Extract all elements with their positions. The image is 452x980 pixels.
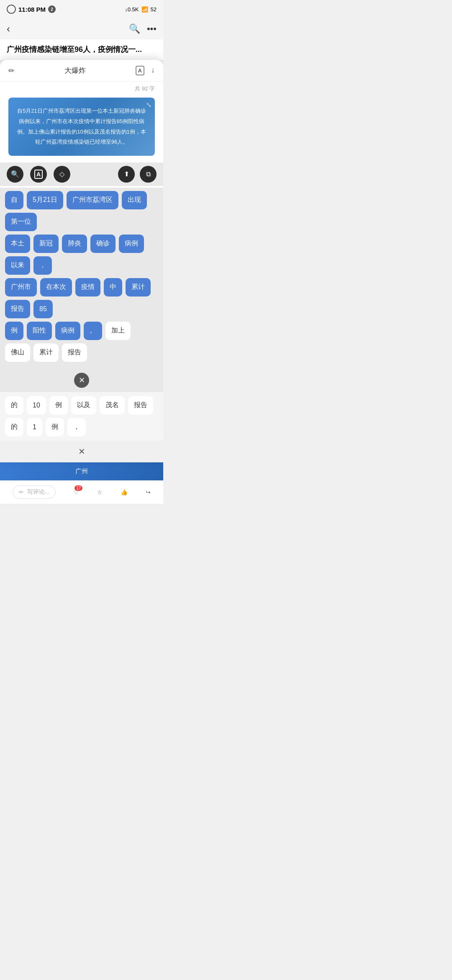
secondary-word[interactable]: 例 bbox=[46, 418, 64, 436]
toolbar-search-btn[interactable]: 🔍 bbox=[7, 166, 23, 183]
status-right: ↓0.5K 📶 52 bbox=[125, 6, 157, 13]
word-tag[interactable]: 中 bbox=[104, 278, 122, 297]
word-row-2: 本土 新冠 肺炎 确诊 病例 以来 ， bbox=[5, 235, 158, 275]
download-icon[interactable]: ↓ bbox=[151, 66, 155, 75]
more-button[interactable]: ••• bbox=[147, 23, 157, 34]
search-button[interactable]: 🔍 bbox=[129, 23, 140, 34]
expand-icon[interactable]: ⤡ bbox=[146, 101, 152, 109]
dismiss-button[interactable]: ✕ bbox=[78, 446, 85, 456]
bottom-banner-text: 广州 bbox=[75, 467, 88, 475]
toolbar-copy-btn[interactable]: ⧉ bbox=[140, 166, 157, 183]
wifi-icon: 📶 bbox=[141, 6, 148, 13]
toolbar-erase-btn[interactable]: ◇ bbox=[54, 166, 70, 183]
like-badge-number: 17 bbox=[74, 485, 82, 491]
word-tag[interactable]: 累计 bbox=[33, 343, 59, 362]
thumb-button[interactable]: 👍 bbox=[121, 489, 128, 495]
word-count: 共 92 字 bbox=[0, 82, 163, 94]
word-tag[interactable]: 累计 bbox=[126, 278, 151, 297]
popup-card: ✏ 大爆炸 A ↓ 共 92 字 自5月21日广州市荔湾区出现第一位本土新冠肺炎… bbox=[0, 60, 163, 462]
word-tag[interactable]: 在本次 bbox=[40, 278, 72, 297]
article-image: 自5月21日广州市荔湾区出现第一位本土新冠肺炎确诊病例以来，广州市在本次疫情中累… bbox=[8, 98, 155, 156]
secondary-word[interactable]: 以及 bbox=[71, 396, 96, 415]
word-tag[interactable]: 肺炎 bbox=[62, 235, 87, 253]
toolbar: 🔍 A ◇ ⬆ ⧉ bbox=[0, 162, 163, 186]
status-time: 11:08 PM bbox=[18, 6, 46, 13]
notification-badge: 2 bbox=[48, 5, 56, 13]
word-tag[interactable]: 第一位 bbox=[5, 213, 37, 231]
secondary-word[interactable]: 的 bbox=[5, 396, 23, 415]
word-tag[interactable]: 85 bbox=[33, 300, 53, 318]
words-secondary: 的 10 例 以及 茂名 报告 的 1 例 ， bbox=[0, 392, 163, 441]
word-row-1: 自 5月21日 广州市荔湾区 出现 第一位 bbox=[5, 191, 158, 231]
thumb-icon: 👍 bbox=[121, 489, 128, 495]
secondary-word[interactable]: 例 bbox=[49, 396, 68, 415]
share-icon: ↪ bbox=[146, 489, 151, 495]
nav-right-icons: 🔍 ••• bbox=[129, 23, 157, 34]
article-header: 广州疫情感染链增至96人，疫例情况一... bbox=[0, 39, 163, 60]
comment-input[interactable]: ✏ 写评论... bbox=[13, 485, 56, 499]
bottom-banner: 广州 bbox=[0, 462, 163, 480]
toolbar-share-icon: ⬆ bbox=[124, 170, 129, 178]
secondary-word[interactable]: 1 bbox=[27, 418, 42, 436]
word-tag[interactable]: 报告 bbox=[5, 300, 30, 318]
popup-header: ✏ 大爆炸 A ↓ bbox=[0, 60, 163, 82]
word-row-3: 广州市 在本次 疫情 中 累计 报告 85 bbox=[5, 278, 158, 318]
camera-icon bbox=[7, 5, 16, 14]
dismiss-bar: ✕ bbox=[0, 441, 163, 462]
word-tag[interactable]: 新冠 bbox=[33, 235, 59, 253]
nav-bar: ‹ 🔍 ••• bbox=[0, 18, 163, 39]
word-tag[interactable]: 病例 bbox=[119, 235, 144, 253]
secondary-word[interactable]: 10 bbox=[27, 396, 46, 415]
toolbar-erase-icon: ◇ bbox=[59, 170, 64, 178]
share-button[interactable]: ↪ bbox=[146, 489, 151, 495]
word-tag[interactable]: 5月21日 bbox=[27, 191, 63, 209]
word-tag[interactable]: 自 bbox=[5, 191, 23, 209]
bottom-nav: ✏ 写评论... ♡ 17 ☆ 👍 ↪ bbox=[0, 480, 163, 504]
translate-icon[interactable]: A bbox=[136, 66, 144, 75]
secondary-word[interactable]: 茂名 bbox=[100, 396, 125, 415]
star-button[interactable]: ☆ bbox=[97, 489, 103, 495]
word-tag[interactable]: 病例 bbox=[55, 322, 80, 340]
image-text: 自5月21日广州市荔湾区出现第一位本土新冠肺炎确诊病例以来，广州市在本次疫情中累… bbox=[15, 106, 148, 147]
star-icon: ☆ bbox=[97, 489, 103, 495]
word-row-4: 例 阳性 病例 。 加上 佛山 累计 报告 bbox=[5, 322, 158, 362]
article-title: 广州疫情感染链增至96人，疫例情况一... bbox=[7, 45, 142, 54]
toolbar-copy-icon: ⧉ bbox=[146, 170, 151, 178]
word-tag[interactable]: 例 bbox=[5, 322, 23, 340]
word-tag[interactable]: 阳性 bbox=[27, 322, 52, 340]
edit-icon[interactable]: ✏ bbox=[8, 66, 15, 75]
status-bar: 11:08 PM 2 ↓0.5K 📶 52 bbox=[0, 0, 163, 18]
word-tag[interactable]: 出现 bbox=[122, 191, 147, 209]
word-tag[interactable]: 本土 bbox=[5, 235, 30, 253]
comment-placeholder: 写评论... bbox=[27, 488, 50, 496]
word-tag[interactable]: 加上 bbox=[105, 322, 131, 340]
words-container: 自 5月21日 广州市荔湾区 出现 第一位 本土 新冠 肺炎 确诊 病例 以来 … bbox=[0, 188, 163, 369]
back-button[interactable]: ‹ bbox=[7, 23, 10, 35]
close-button-area: ✕ bbox=[0, 369, 163, 392]
toolbar-ocr-icon: A bbox=[34, 170, 43, 179]
secondary-word[interactable]: 报告 bbox=[128, 396, 153, 415]
word-tag[interactable]: 广州市荔湾区 bbox=[67, 191, 118, 209]
status-left: 11:08 PM 2 bbox=[7, 5, 56, 14]
comment-pen-icon: ✏ bbox=[19, 489, 24, 495]
word-tag[interactable]: 广州市 bbox=[5, 278, 37, 297]
secondary-word[interactable]: 的 bbox=[5, 418, 23, 436]
download-speed: ↓0.5K bbox=[125, 6, 139, 13]
toolbar-left: 🔍 A ◇ bbox=[7, 166, 70, 183]
toolbar-share-btn[interactable]: ⬆ bbox=[118, 166, 135, 183]
popup-title: 大爆炸 bbox=[15, 66, 136, 75]
like-count-button[interactable]: ♡ 17 bbox=[74, 489, 79, 495]
word-tag[interactable]: 报告 bbox=[62, 343, 87, 362]
word-tag[interactable]: 佛山 bbox=[5, 343, 30, 362]
secondary-word[interactable]: ， bbox=[67, 418, 86, 436]
battery-level: 52 bbox=[151, 6, 157, 13]
toolbar-ocr-btn[interactable]: A bbox=[30, 166, 47, 183]
word-tag[interactable]: ， bbox=[33, 256, 52, 275]
word-tag[interactable]: 确诊 bbox=[90, 235, 116, 253]
word-tag[interactable]: 。 bbox=[84, 322, 102, 340]
toolbar-right: ⬆ ⧉ bbox=[118, 166, 157, 183]
image-area: 自5月21日广州市荔湾区出现第一位本土新冠肺炎确诊病例以来，广州市在本次疫情中累… bbox=[8, 98, 155, 156]
close-circle-btn[interactable]: ✕ bbox=[74, 373, 89, 388]
word-tag[interactable]: 疫情 bbox=[75, 278, 100, 297]
word-tag[interactable]: 以来 bbox=[5, 256, 30, 275]
